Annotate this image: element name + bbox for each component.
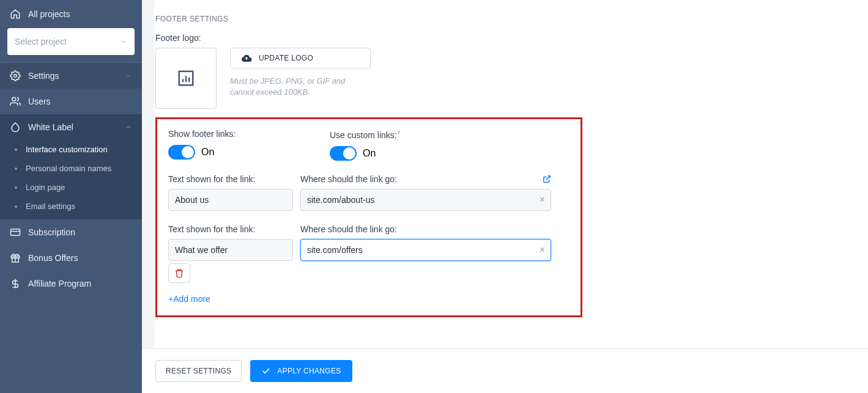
sidebar-item-all-projects[interactable]: All projects	[0, 0, 142, 28]
clear-icon[interactable]: ×	[540, 194, 545, 205]
cloud-upload-icon	[240, 53, 253, 63]
info-icon[interactable]: i	[398, 129, 399, 136]
clear-icon[interactable]: ×	[540, 244, 545, 255]
project-select[interactable]: Select project	[7, 28, 135, 55]
link-row-1: Text shown for the link: Where should th…	[168, 174, 569, 211]
link-text-input[interactable]	[168, 239, 293, 261]
sidebar-item-users[interactable]: Users	[0, 89, 142, 114]
footer-bar: RESET SETTINGS APPLY CHANGES	[142, 348, 868, 393]
link-text-label: Text shown for the link:	[168, 224, 293, 234]
sidebar-item-subscription[interactable]: Subscription	[0, 219, 142, 245]
chevron-down-icon	[120, 38, 127, 45]
apply-button[interactable]: APPLY CHANGES	[250, 360, 352, 382]
svg-point-1	[12, 97, 16, 101]
chevron-up-icon	[125, 123, 132, 131]
link-text-input[interactable]	[168, 189, 293, 211]
sidebar-item-white-label[interactable]: White Label	[0, 114, 142, 140]
add-more-link[interactable]: +Add more	[168, 294, 210, 304]
sidebar-item-bonus-offers[interactable]: Bonus Offers	[0, 245, 142, 271]
subitem-login-page[interactable]: Login page	[0, 178, 142, 197]
project-select-placeholder: Select project	[15, 37, 67, 46]
link-url-input[interactable]	[300, 189, 551, 211]
logo-hint: Must be JPEG, PNG, or GIF and cannot exc…	[230, 76, 371, 98]
subitem-personal-domain[interactable]: Personal domain names	[0, 159, 142, 178]
custom-links-label: Use custom links:i	[330, 129, 452, 140]
subitem-interface-customization[interactable]: Interface customization	[0, 140, 142, 159]
dot-icon	[15, 205, 17, 208]
gift-icon	[10, 252, 21, 263]
section-title: FOOTER SETTINGS	[155, 0, 856, 33]
update-logo-button[interactable]: UPDATE LOGO	[230, 48, 371, 68]
subitem-label: Email settings	[26, 202, 75, 211]
card-icon	[10, 227, 21, 238]
sidebar: All projects Select project Settings Use…	[0, 0, 142, 393]
project-select-wrap: Select project	[0, 28, 142, 62]
sidebar-item-settings[interactable]: Settings	[0, 63, 142, 89]
chevron-down-icon	[125, 72, 132, 79]
white-label-subitems: Interface customization Personal domain …	[0, 140, 142, 219]
all-projects-label: All projects	[28, 9, 70, 19]
svg-rect-2	[11, 229, 20, 236]
dot-icon	[15, 167, 17, 170]
dot-icon	[15, 149, 17, 151]
logo-row: UPDATE LOGO Must be JPEG, PNG, or GIF an…	[155, 48, 856, 109]
show-links-toggle-col: Show footer links: On	[168, 129, 291, 161]
logo-side: UPDATE LOGO Must be JPEG, PNG, or GIF an…	[230, 48, 371, 98]
subitem-label: Personal domain names	[26, 164, 111, 173]
droplet-icon	[10, 122, 21, 133]
link-url-label: Where should the link go:	[300, 224, 551, 234]
subscription-label: Subscription	[28, 227, 75, 237]
dot-icon	[15, 186, 17, 189]
reset-button[interactable]: RESET SETTINGS	[155, 360, 242, 382]
subitem-label: Login page	[26, 183, 65, 192]
users-label: Users	[28, 97, 51, 106]
dollar-icon	[10, 278, 21, 289]
link-text-label: Text shown for the link:	[168, 174, 293, 184]
chart-bar-icon	[177, 69, 195, 87]
update-logo-label: UPDATE LOGO	[259, 54, 313, 62]
gear-icon	[10, 70, 21, 81]
sidebar-item-affiliate[interactable]: Affiliate Program	[0, 271, 142, 296]
external-link-icon[interactable]	[543, 175, 551, 183]
apply-label: APPLY CHANGES	[277, 367, 341, 375]
svg-point-0	[14, 75, 17, 78]
link-row-2: Text shown for the link: Where should th…	[168, 224, 569, 261]
show-links-label: Show footer links:	[168, 129, 291, 139]
delete-link-button[interactable]	[168, 263, 190, 283]
toggle-state: On	[201, 147, 214, 158]
custom-links-toggle[interactable]	[330, 146, 357, 161]
subitem-label: Interface customization	[26, 145, 108, 154]
link-url-wrap: ×	[300, 239, 551, 261]
show-links-toggle[interactable]	[168, 145, 195, 160]
subitem-email-settings[interactable]: Email settings	[0, 197, 142, 216]
affiliate-label: Affiliate Program	[28, 279, 91, 288]
link-url-label: Where should the link go:	[300, 174, 397, 184]
footer-links-section: Show footer links: On Use custom links:i…	[155, 117, 582, 317]
white-label-label: White Label	[28, 122, 73, 132]
custom-links-toggle-col: Use custom links:i On	[330, 129, 452, 161]
footer-logo-label: Footer logo:	[155, 33, 856, 43]
trash-icon	[174, 268, 184, 278]
link-url-wrap: ×	[300, 189, 551, 211]
home-icon	[10, 9, 21, 20]
logo-preview	[155, 48, 217, 109]
main-content: FOOTER SETTINGS Footer logo: UPDATE LOGO…	[142, 0, 868, 393]
toggle-row: Show footer links: On Use custom links:i…	[168, 129, 569, 161]
toggle-state: On	[363, 148, 376, 159]
users-icon	[10, 96, 21, 107]
check-icon	[261, 366, 271, 376]
link-url-input[interactable]	[300, 239, 551, 261]
bonus-offers-label: Bonus Offers	[28, 253, 78, 263]
settings-panel: FOOTER SETTINGS Footer logo: UPDATE LOGO…	[154, 0, 868, 348]
settings-label: Settings	[28, 71, 59, 81]
